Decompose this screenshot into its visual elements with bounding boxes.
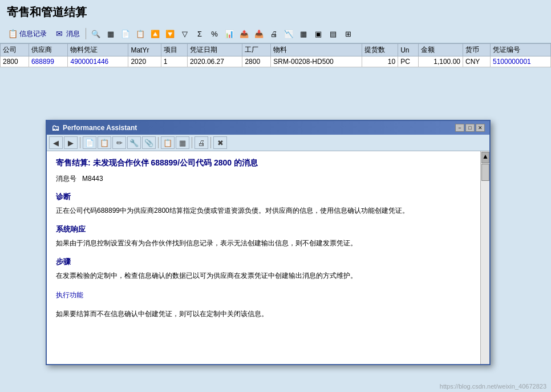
toolbar-print-btn[interactable]: 🖨 [268, 27, 280, 40]
col-material: 物料 [271, 44, 362, 56]
toolbar-chart-btn[interactable]: 📊 [223, 27, 236, 40]
toolbar-sort-desc-btn[interactable]: 🔽 [164, 27, 176, 40]
cell-doc-no: 5100000001 [491, 56, 551, 67]
dialog-titlebar: 🗂 Performance Assistant − □ ✕ [47, 121, 489, 135]
section2-body: 如果由于消息控制设置没有为合作伙伴找到信息记录，表示无法创建输出信息，则不创建发… [56, 238, 469, 249]
table-area: 公司 供应商 物料凭证 MatYr 项目 凭证日期 工厂 物料 提货数 Un 金… [0, 43, 551, 67]
watermark: https://blog.csdn.net/weixin_40672823 [440, 383, 546, 390]
toolbar-filter-btn[interactable]: ▽ [179, 27, 191, 40]
dialog-content-title: 寄售结算: 未发现合作伙伴 688899/公司代码 2800 的消息 [56, 158, 469, 168]
col-qty: 提货数 [362, 44, 398, 56]
col-doc-date: 凭证日期 [187, 44, 242, 56]
toolbar-info-record[interactable]: 📋 信息记录 [5, 27, 49, 41]
cell-item: 1 [161, 56, 187, 67]
cell-currency: CNY [463, 56, 490, 67]
cell-supplier: 688899 [29, 56, 68, 67]
section1-title: 诊断 [56, 192, 469, 202]
dialog-minimize-btn[interactable]: − [455, 124, 464, 132]
message-label: 消息 [66, 29, 80, 39]
dialog-title-icon: 🗂 [51, 123, 59, 132]
toolbar-sum-btn[interactable]: Σ [193, 27, 206, 40]
dialog-close-btn[interactable]: ✕ [476, 124, 485, 132]
performance-assistant-dialog: 🗂 Performance Assistant − □ ✕ ◀ ▶ 📄 📋 ✏ … [46, 120, 491, 365]
cell-doc-date: 2020.06.27 [187, 56, 242, 67]
dialog-toolbar: ◀ ▶ 📄 📋 ✏ 🔧 📎 📋 ▦ 🖨 ✖ [47, 135, 489, 151]
dialog-table-btn[interactable]: ▦ [176, 136, 189, 149]
scrollbar-thumb[interactable] [481, 164, 489, 181]
dialog-list-btn[interactable]: 📋 [161, 136, 175, 149]
info-record-icon: 📋 [7, 28, 18, 39]
dialog-title-text: Performance Assistant [63, 124, 137, 132]
toolbar-percent-btn[interactable]: % [208, 27, 221, 40]
col-un: Un [398, 44, 419, 56]
cell-un: PC [398, 56, 419, 67]
col-currency: 货币 [463, 44, 490, 56]
toolbar-expand-btn[interactable]: ⊞ [342, 27, 354, 40]
main-toolbar: 📋 信息记录 ✉ 消息 🔍 ▦ 📄 📋 🔼 🔽 ▽ Σ % 📊 📤 📥 🖨 📉 … [0, 25, 551, 43]
toolbar-separator-1 [86, 28, 86, 39]
toolbar-import-btn[interactable]: 📥 [253, 27, 265, 40]
toolbar-doc-btn[interactable]: 📄 [119, 27, 132, 40]
dialog-content: 寄售结算: 未发现合作伙伴 688899/公司代码 2800 的消息 消息号 M… [47, 151, 480, 364]
section4-body: 如果要结算而不在信息确认中创建凭证，则可以在定制中关闭该信息。 [56, 309, 469, 320]
dialog-toolbar-sep3 [192, 137, 192, 148]
section1-body: 正在公司代码688899中为供应商2800结算指定负债或管道资源负债。对供应商的… [56, 205, 469, 216]
dialog-title-left: 🗂 Performance Assistant [51, 123, 137, 132]
toolbar-grid3-btn[interactable]: ▣ [312, 27, 325, 40]
dialog-scrollbar[interactable]: ▲ [480, 151, 489, 364]
cell-material-doc: 4900001446 [68, 56, 128, 67]
dialog-toolbar-sep4 [210, 137, 211, 148]
section3-title: 步骤 [56, 257, 469, 267]
dialog-toolbar-sep2 [158, 137, 159, 148]
cell-mat-yr: 2020 [128, 56, 161, 67]
data-table: 公司 供应商 物料凭证 MatYr 项目 凭证日期 工厂 物料 提货数 Un 金… [0, 43, 551, 67]
section2-title: 系统响应 [56, 224, 469, 235]
col-mat-yr: MatYr [128, 44, 161, 56]
message-icon: ✉ [54, 28, 65, 39]
dialog-copy-btn[interactable]: 📋 [98, 136, 111, 149]
toolbar-copy-btn[interactable]: 📋 [134, 27, 147, 40]
main-app: 寄售和管道结算 📋 信息记录 ✉ 消息 🔍 ▦ 📄 📋 🔼 🔽 ▽ Σ % 📊 … [0, 0, 551, 392]
dialog-print-btn[interactable]: 🖨 [195, 136, 208, 149]
col-supplier: 供应商 [29, 44, 68, 56]
toolbar-search-btn[interactable]: 🔍 [90, 27, 102, 40]
dialog-controls: − □ ✕ [455, 124, 485, 132]
msg-no-value: M8443 [82, 175, 103, 183]
dialog-close-x-btn[interactable]: ✖ [213, 136, 227, 149]
toolbar-export-btn[interactable]: 📤 [238, 27, 250, 40]
section4-title: 执行功能 [56, 290, 469, 301]
table-row[interactable]: 2800 688899 4900001446 2020 1 2020.06.27… [1, 56, 551, 67]
title-bar: 寄售和管道结算 [0, 0, 551, 25]
col-material-doc: 物料凭证 [68, 44, 128, 56]
col-plant: 工厂 [242, 44, 271, 56]
toolbar-message[interactable]: ✉ 消息 [51, 27, 82, 41]
dialog-msg-no: 消息号 M8443 [56, 174, 469, 184]
cell-company: 2800 [1, 56, 29, 67]
scrollbar-up-arrow[interactable]: ▲ [481, 152, 489, 163]
section3-body: 在发票检验的定制中，检查信息确认的数据已以可为供应商在发票凭证中创建输出消息的方… [56, 270, 469, 281]
col-doc-no: 凭证编号 [491, 44, 551, 56]
cell-material: SRM-00208-HD500 [271, 56, 362, 67]
cell-plant: 2800 [242, 56, 271, 67]
toolbar-sort-asc-btn[interactable]: 🔼 [149, 27, 161, 40]
dialog-maximize-btn[interactable]: □ [465, 124, 475, 132]
col-company: 公司 [1, 44, 29, 56]
dialog-toolbar-sep1 [80, 137, 80, 148]
info-record-label: 信息记录 [19, 29, 47, 39]
app-title: 寄售和管道结算 [7, 5, 87, 20]
toolbar-grid2-btn[interactable]: ▦ [297, 27, 310, 40]
cell-qty: 10 [362, 56, 398, 67]
toolbar-graph-btn[interactable]: 📉 [282, 27, 295, 40]
msg-no-label: 消息号 [56, 175, 76, 183]
dialog-doc-btn[interactable]: 📄 [83, 136, 96, 149]
dialog-settings-btn[interactable]: 🔧 [127, 136, 141, 149]
cell-amount: 1,100.00 [419, 56, 463, 67]
dialog-attach-btn[interactable]: 📎 [142, 136, 156, 149]
toolbar-grid4-btn[interactable]: ▤ [327, 27, 339, 40]
dialog-forward-btn[interactable]: ▶ [64, 136, 78, 149]
col-amount: 金额 [419, 44, 463, 56]
toolbar-grid-btn[interactable]: ▦ [104, 27, 117, 40]
dialog-back-btn[interactable]: ◀ [49, 136, 63, 149]
dialog-edit-btn[interactable]: ✏ [112, 136, 126, 149]
col-item: 项目 [161, 44, 187, 56]
